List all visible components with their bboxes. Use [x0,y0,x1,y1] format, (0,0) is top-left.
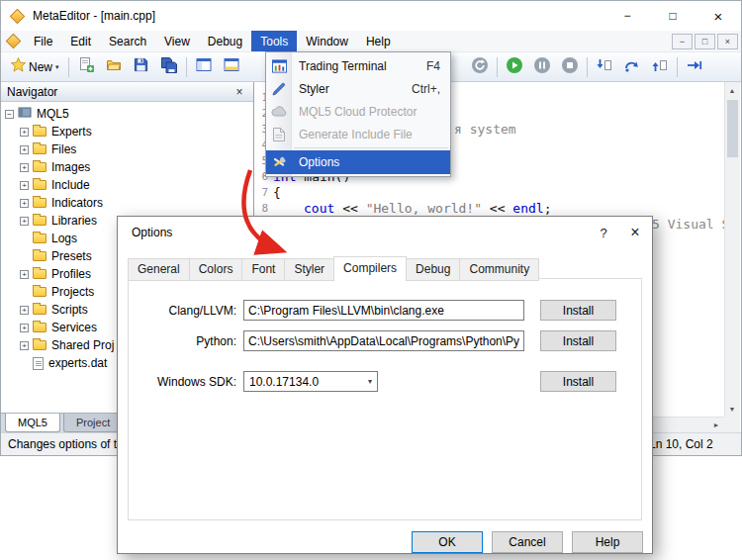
navigator-close-icon[interactable]: × [232,85,247,99]
collapse-icon[interactable]: − [5,110,14,119]
clang-path-input[interactable] [243,300,524,321]
menu-search[interactable]: Search [100,31,155,51]
tab-font[interactable]: Font [242,258,285,281]
new-file-button[interactable] [72,54,100,80]
expand-icon[interactable]: + [20,306,29,315]
python-row: Python: Install [118,330,652,351]
dialog-close-icon[interactable]: × [618,217,652,248]
start-debug-button[interactable] [501,54,528,80]
folder-icon [33,287,46,297]
title-bar: MetaEditor - [main.cpp] − □ × [1,1,741,31]
scroll-up-icon[interactable]: ▲ [724,82,740,98]
expand-icon[interactable]: + [20,217,29,226]
dialog-help-icon[interactable]: ? [589,217,618,248]
python-path-input[interactable] [243,330,524,351]
line-number: 8 [255,201,273,217]
pause-debug-button[interactable] [528,54,556,80]
tree-item-include[interactable]: +Include [1,176,253,194]
close-button[interactable]: × [696,1,741,31]
toggle-toolbox-button[interactable] [218,54,245,80]
open-folder-icon [106,57,122,77]
new-button[interactable]: New ▾ [5,54,65,80]
cancel-button[interactable]: Cancel [492,531,563,553]
expand-icon[interactable]: + [20,324,29,332]
menu-item-cloud-protector[interactable]: MQL5 Cloud Protector [266,100,450,123]
menu-item-options[interactable]: Options [266,150,450,174]
tree-item-indicators[interactable]: +Indicators [1,194,253,212]
continue-icon [686,57,702,77]
menu-view[interactable]: View [155,31,199,51]
step-out-icon [651,57,668,77]
menu-tools[interactable]: Tools [251,31,297,51]
tab-styler[interactable]: Styler [285,258,334,281]
save-all-button[interactable] [155,54,183,80]
menu-edit[interactable]: Edit [61,31,100,51]
code-comment-fragment: 5 Visual S [652,217,724,233]
minimize-button[interactable]: − [604,1,650,31]
menu-bar: File Edit Search View Debug Tools Window… [1,31,741,52]
tab-community[interactable]: Community [460,258,539,281]
help-button[interactable]: Help [572,531,643,553]
options-tools-icon [266,155,292,169]
tab-mql5[interactable]: MQL5 [5,414,60,432]
tools-dropdown-menu: Trading Terminal F4 Styler Ctrl+, MQL5 C… [265,51,451,177]
menu-debug[interactable]: Debug [199,31,251,51]
menu-item-generate-include[interactable]: Generate Include File [266,123,450,145]
expand-icon[interactable]: + [20,128,29,137]
open-file-button[interactable] [100,54,128,80]
code-text: ; [544,201,552,217]
expand-icon[interactable]: + [20,270,29,279]
vertical-scrollbar[interactable]: ▲ ▼ [724,82,740,417]
expand-icon[interactable]: + [20,341,29,350]
ok-button[interactable]: OK [412,531,483,553]
menu-help[interactable]: Help [357,31,400,51]
step-into-button[interactable] [591,54,618,80]
navigator-title: Navigator [7,85,57,99]
menu-item-trading-terminal[interactable]: Trading Terminal F4 [266,54,450,77]
tab-general[interactable]: General [128,258,190,281]
continue-button[interactable] [681,54,708,80]
expand-icon[interactable]: + [20,199,29,208]
install-python-button[interactable]: Install [540,330,616,351]
play-icon [506,56,523,78]
options-dialog: Options ? × General Colors Font Styler C… [117,216,653,554]
compile-button[interactable] [466,54,494,80]
step-out-button[interactable] [646,54,674,80]
mdi-restore-button[interactable]: □ [695,34,715,49]
toggle-navigator-button[interactable] [190,54,218,80]
tree-item-label: Projects [51,285,94,299]
expand-icon[interactable]: + [20,163,29,172]
vertical-scroll-thumb[interactable] [727,100,738,157]
include-file-icon [266,128,292,141]
install-sdk-button[interactable]: Install [540,371,616,392]
menu-file[interactable]: File [25,31,61,51]
windows-sdk-select[interactable]: 10.0.17134.0 ▾ [243,371,378,392]
tab-project[interactable]: Project [63,414,123,432]
scroll-down-icon[interactable]: ▼ [724,401,740,417]
tab-debug[interactable]: Debug [407,258,460,281]
styler-brush-icon [266,82,292,96]
menu-window[interactable]: Window [297,31,357,51]
menu-item-styler[interactable]: Styler Ctrl+, [266,77,450,100]
maximize-button[interactable]: □ [650,1,696,31]
save-button[interactable] [128,54,155,80]
code-text: { [273,185,281,201]
tree-item-images[interactable]: +Images [1,158,253,176]
code-text: << [334,201,365,217]
cloud-icon [266,106,292,117]
code-keyword: endl [512,201,543,217]
mdi-minimize-button[interactable]: − [672,34,693,49]
step-over-button[interactable] [618,54,646,80]
tree-item-files[interactable]: +Files [1,140,253,158]
expand-icon[interactable]: + [20,145,29,154]
clang-row: Clang/LLVM: Install [118,300,652,321]
tab-colors[interactable]: Colors [190,258,243,281]
stop-debug-button[interactable] [556,54,584,80]
install-clang-button[interactable]: Install [540,300,616,321]
tree-item-mql5[interactable]: − MQL5 [1,105,253,123]
scroll-right-icon[interactable]: ► [708,417,724,432]
expand-icon[interactable]: + [20,181,29,190]
tree-item-experts[interactable]: +Experts [1,123,253,140]
shortcut-label: Ctrl+, [412,82,450,96]
mdi-close-button[interactable]: × [717,34,738,49]
